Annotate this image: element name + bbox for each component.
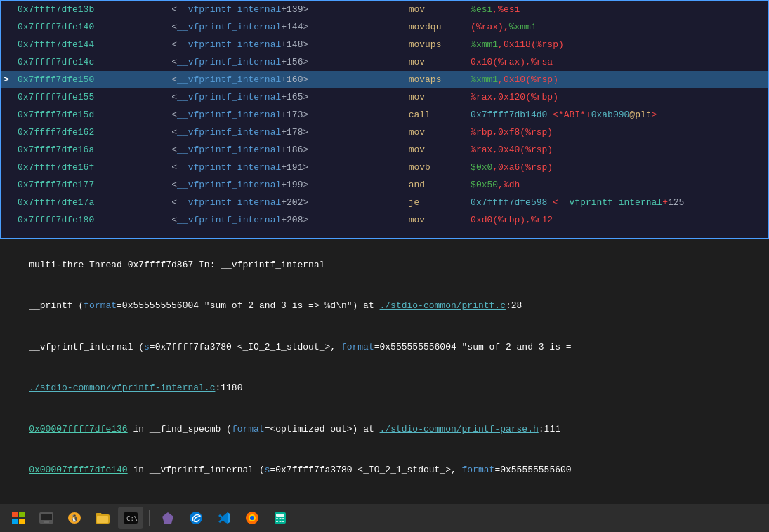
- vscode-button[interactable]: [211, 507, 237, 529]
- instruction-cell: mov: [381, 53, 468, 71]
- svg-rect-19: [276, 518, 278, 519]
- taskbar: 🐧 C:\: [0, 504, 769, 532]
- function-ref-cell: <__vfprintf_internal+165>: [169, 88, 380, 106]
- instruction-cell: mov: [381, 211, 468, 229]
- asm-row[interactable]: 0x7ffff7dfe13b<__vfprintf_internal+139>m…: [1, 1, 768, 18]
- operands-cell: 0x7ffff7db14d0 <*ABI*+0xab090@plt>: [468, 106, 768, 124]
- asm-row[interactable]: 0x7ffff7dfe17a<__vfprintf_internal+202>j…: [1, 194, 768, 211]
- terminal-button[interactable]: 🐧: [62, 507, 87, 529]
- operands-cell: 0xd0(%rbp),%r12: [468, 211, 768, 229]
- svg-rect-9: [97, 516, 108, 523]
- address-cell: 0x7ffff7dfe150: [15, 71, 169, 88]
- operands-cell: %rax,0x120(%rbp): [468, 88, 768, 106]
- asm-row[interactable]: 0x7ffff7dfe155<__vfprintf_internal+165>m…: [1, 88, 768, 106]
- instruction-cell: movups: [381, 36, 468, 53]
- function-ref-cell: <__vfprintf_internal+173>: [169, 106, 380, 124]
- edge-button[interactable]: [183, 507, 209, 529]
- svg-rect-0: [12, 512, 18, 517]
- operands-cell: %rax,0x40(%rsp): [468, 141, 768, 159]
- arrow-indicator: [1, 176, 15, 194]
- console-button[interactable]: C:\: [118, 507, 143, 529]
- asm-table: 0x7ffff7dfe13b<__vfprintf_internal+139>m…: [1, 1, 768, 229]
- arrow-indicator: [1, 159, 15, 176]
- find-specmb-line: 0x00007ffff7dfe136 in __find_specmb (for…: [7, 408, 762, 450]
- instruction-cell: mov: [381, 141, 468, 159]
- operands-cell: 0x10(%rax),%rsa: [468, 53, 768, 71]
- asm-row[interactable]: 0x7ffff7dfe162<__vfprintf_internal+178>m…: [1, 124, 768, 141]
- svg-rect-2: [12, 519, 18, 524]
- asm-row[interactable]: 0x7ffff7dfe144<__vfprintf_internal+148>m…: [1, 36, 768, 53]
- thread-info-text: multi-thre Thread 0x7ffff7d867 In: __vfp…: [29, 260, 324, 270]
- address-cell: 0x7ffff7dfe13b: [15, 1, 169, 18]
- arrow-indicator: [1, 194, 15, 211]
- purple-app-button[interactable]: [155, 507, 180, 529]
- svg-rect-23: [280, 521, 282, 522]
- arrow-indicator: >: [1, 71, 15, 88]
- operands-cell: %esi,%esi: [468, 1, 768, 18]
- asm-row[interactable]: 0x7ffff7dfe14c<__vfprintf_internal+156>m…: [1, 53, 768, 71]
- svg-text:C:\: C:\: [126, 515, 138, 522]
- svg-rect-21: [282, 518, 284, 519]
- asm-row[interactable]: 0x7ffff7dfe180<__vfprintf_internal+208>m…: [1, 211, 768, 229]
- function-ref-cell: <__vfprintf_internal+144>: [169, 18, 380, 36]
- windows-start-button[interactable]: [6, 507, 31, 529]
- arrow-indicator: [1, 18, 15, 36]
- operands-cell: $0x50,%dh: [468, 176, 768, 194]
- instruction-cell: and: [381, 176, 468, 194]
- vfprintf-line1: __vfprintf_internal (s=0x7ffff7fa3780 <_…: [7, 326, 762, 368]
- browser2-button[interactable]: [239, 507, 265, 529]
- svg-rect-18: [276, 514, 284, 517]
- operands-cell: %xmm1,0x118(%rsp): [468, 36, 768, 53]
- asm-row[interactable]: 0x7ffff7dfe16a<__vfprintf_internal+186>m…: [1, 141, 768, 159]
- asm-row[interactable]: 0x7ffff7dfe177<__vfprintf_internal+199>a…: [1, 176, 768, 194]
- function-ref-cell: <__vfprintf_internal+160>: [169, 71, 380, 88]
- instruction-cell: mov: [381, 1, 468, 18]
- terminal-area[interactable]: multi-thre Thread 0x7ffff7d867 In: __vfp…: [0, 239, 769, 504]
- address-cell: 0x7ffff7dfe162: [15, 124, 169, 141]
- svg-rect-22: [276, 521, 278, 522]
- instruction-cell: movb: [381, 159, 468, 176]
- svg-rect-1: [19, 512, 25, 517]
- task-manager-button[interactable]: [34, 507, 59, 529]
- arrow-indicator: [1, 141, 15, 159]
- address-cell: 0x7ffff7dfe16a: [15, 141, 169, 159]
- taskbar-separator1: [149, 510, 150, 526]
- asm-row[interactable]: 0x7ffff7dfe16f<__vfprintf_internal+191>m…: [1, 159, 768, 176]
- svg-rect-3: [19, 519, 25, 524]
- arrow-indicator: [1, 88, 15, 106]
- svg-text:🐧: 🐧: [70, 514, 79, 523]
- asm-row[interactable]: 0x7ffff7dfe140<__vfprintf_internal+144>m…: [1, 18, 768, 36]
- function-ref-cell: <__vfprintf_internal+148>: [169, 36, 380, 53]
- asm-row[interactable]: >0x7ffff7dfe150<__vfprintf_internal+160>…: [1, 71, 768, 88]
- arrow-indicator: [1, 124, 15, 141]
- calc-button[interactable]: [268, 507, 293, 529]
- address-cell: 0x7ffff7dfe14c: [15, 53, 169, 71]
- svg-point-16: [250, 516, 254, 520]
- svg-rect-20: [280, 518, 282, 519]
- address-cell: 0x7ffff7dfe155: [15, 88, 169, 106]
- address-cell: 0x7ffff7dfe15d: [15, 106, 169, 124]
- file-manager-button[interactable]: [90, 507, 115, 529]
- vfprintf-line2: 0x00007ffff7dfe140 in __vfprintf_interna…: [7, 450, 762, 491]
- instruction-cell: mov: [381, 124, 468, 141]
- instruction-cell: movaps: [381, 71, 468, 88]
- function-ref-cell: <__vfprintf_internal+202>: [169, 194, 380, 211]
- operands-cell: %rbp,0xf8(%rsp): [468, 124, 768, 141]
- svg-rect-6: [44, 521, 49, 523]
- function-ref-cell: <__vfprintf_internal+139>: [169, 1, 380, 18]
- operands-cell: 0x7ffff7dfe598 <__vfprintf_internal+125: [468, 194, 768, 211]
- thread-info-line: multi-thre Thread 0x7ffff7d867 In: __vfp…: [7, 244, 762, 286]
- svg-rect-5: [41, 514, 52, 520]
- asm-row[interactable]: 0x7ffff7dfe15d<__vfprintf_internal+173>c…: [1, 106, 768, 124]
- stdio-line: ./stdio-common/vfprintf-internal.c:1180: [7, 368, 762, 409]
- function-ref-cell: <__vfprintf_internal+191>: [169, 159, 380, 176]
- function-ref-cell: <__vfprintf_internal+208>: [169, 211, 380, 229]
- instruction-cell: je: [381, 194, 468, 211]
- address-cell: 0x7ffff7dfe17a: [15, 194, 169, 211]
- operands-cell: (%rax),%xmm1: [468, 18, 768, 36]
- arrow-indicator: [1, 106, 15, 124]
- debugger-area: 0x7ffff7dfe13b<__vfprintf_internal+139>m…: [0, 0, 769, 239]
- address-cell: 0x7ffff7dfe144: [15, 36, 169, 53]
- arrow-indicator: [1, 1, 15, 18]
- function-ref-cell: <__vfprintf_internal+156>: [169, 53, 380, 71]
